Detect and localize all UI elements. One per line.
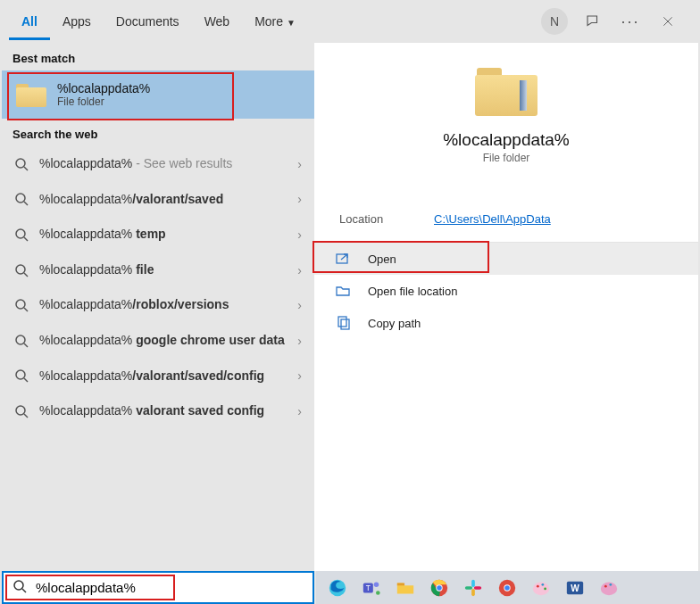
svg-point-27 [504,585,510,591]
svg-text:W: W [571,583,579,592]
web-result-text: %localappdata% - See web results [39,155,297,173]
chevron-right-icon: › [297,368,302,383]
tab-apps[interactable]: Apps [50,4,104,40]
action-open[interactable]: Open [314,243,698,275]
web-result-item[interactable]: %localappdata% valorant saved config› [2,393,314,429]
svg-point-5 [16,335,25,344]
results-list: Best match %localappdata% File folder Se… [2,43,314,571]
preview-pane: %localappdata% File folder Location C:\U… [314,43,698,571]
web-result-item[interactable]: %localappdata%/roblox/versions› [2,287,314,323]
folder-icon [16,82,46,107]
copy-icon [336,316,350,330]
svg-rect-21 [471,579,475,586]
web-result-item[interactable]: %localappdata% - See web results› [2,146,314,182]
svg-rect-9 [338,317,346,327]
search-box[interactable] [2,571,314,604]
svg-text:T: T [366,583,371,592]
web-result-text: %localappdata% temp [39,226,297,244]
close-icon[interactable] [655,9,680,34]
svg-point-4 [16,300,25,309]
section-best-match: Best match [2,43,314,70]
svg-rect-10 [341,319,349,329]
svg-point-31 [544,587,546,590]
action-label: Open file location [368,285,457,298]
section-search-web: Search the web [2,119,314,146]
best-match-result[interactable]: %localappdata% File folder [2,70,314,119]
taskbar-explorer-icon[interactable] [393,575,418,600]
action-open-file-location[interactable]: Open file location [314,275,698,307]
svg-rect-23 [471,588,475,595]
svg-point-28 [533,582,549,595]
options-icon[interactable]: ··· [618,9,643,34]
chevron-right-icon: › [297,298,302,312]
action-label: Copy path [368,317,421,330]
windows-search-panel: All Apps Documents Web More▼ N ··· Best … [2,0,698,571]
taskbar-slack-icon[interactable] [461,575,486,600]
chevron-right-icon: › [297,192,302,206]
preview-title: %localappdata% [443,130,570,150]
taskbar-paint2-icon[interactable] [596,575,621,600]
taskbar-paint-icon[interactable] [529,575,554,600]
feedback-icon[interactable] [580,9,605,34]
svg-point-36 [609,583,612,585]
tab-documents[interactable]: Documents [104,4,192,40]
search-icon [14,157,29,171]
svg-rect-17 [397,583,404,585]
taskbar-edge-icon[interactable] [325,575,350,600]
web-result-item[interactable]: %localappdata%/valorant/saved/config› [2,359,314,394]
preview-subtitle: File folder [483,152,530,164]
web-result-text: %localappdata% valorant saved config [39,402,297,420]
svg-point-7 [16,406,25,415]
svg-point-3 [16,265,25,274]
svg-rect-24 [474,586,481,590]
filter-tabs: All Apps Documents Web More▼ N ··· [2,0,698,43]
web-result-text: %localappdata%/roblox/versions [39,296,297,314]
best-match-subtitle: File folder [57,95,150,108]
search-icon [14,228,29,242]
taskbar-word-icon[interactable]: W [562,575,588,600]
svg-point-2 [16,229,25,238]
chevron-right-icon: › [297,334,302,348]
web-result-text: %localappdata% google chrome user data [39,332,297,350]
taskbar-chrome2-icon[interactable] [495,575,520,600]
web-result-text: %localappdata%/valorant/saved [39,191,297,209]
web-result-item[interactable]: %localappdata% temp› [2,217,314,252]
taskbar: T W [316,571,700,604]
tab-all[interactable]: All [9,4,50,40]
folder-icon-large [475,64,538,116]
taskbar-chrome-icon[interactable] [427,575,452,600]
search-icon [14,334,29,348]
svg-point-20 [437,585,442,591]
svg-point-35 [604,584,607,587]
svg-point-1 [16,194,25,203]
svg-point-30 [541,583,544,585]
folder-location-icon [336,284,350,298]
chevron-right-icon: › [297,404,302,418]
svg-point-6 [16,370,25,379]
action-label: Open [368,252,396,266]
tab-web[interactable]: Web [192,4,243,40]
web-result-item[interactable]: %localappdata% file› [2,252,314,288]
location-label: Location [339,212,434,226]
location-link[interactable]: C:\Users\Dell\AppData [434,212,551,226]
search-icon [14,298,29,312]
tab-more[interactable]: More▼ [242,4,308,40]
svg-point-11 [14,581,23,590]
web-result-item[interactable]: %localappdata% google chrome user data› [2,323,314,359]
chevron-right-icon: › [297,263,302,277]
chevron-right-icon: › [297,157,302,171]
svg-point-29 [537,584,539,587]
svg-point-34 [601,582,617,595]
search-input[interactable] [36,580,304,595]
web-result-item[interactable]: %localappdata%/valorant/saved› [2,182,314,218]
action-copy-path[interactable]: Copy path [314,307,698,339]
svg-point-0 [16,159,25,168]
user-avatar[interactable]: N [541,8,568,35]
taskbar-teams-icon[interactable]: T [359,575,384,600]
web-result-text: %localappdata% file [39,261,297,279]
chevron-right-icon: › [297,228,302,242]
search-icon [14,404,29,418]
best-match-title: %localappdata% [57,81,150,95]
open-icon [336,252,350,266]
search-icon [14,263,29,277]
